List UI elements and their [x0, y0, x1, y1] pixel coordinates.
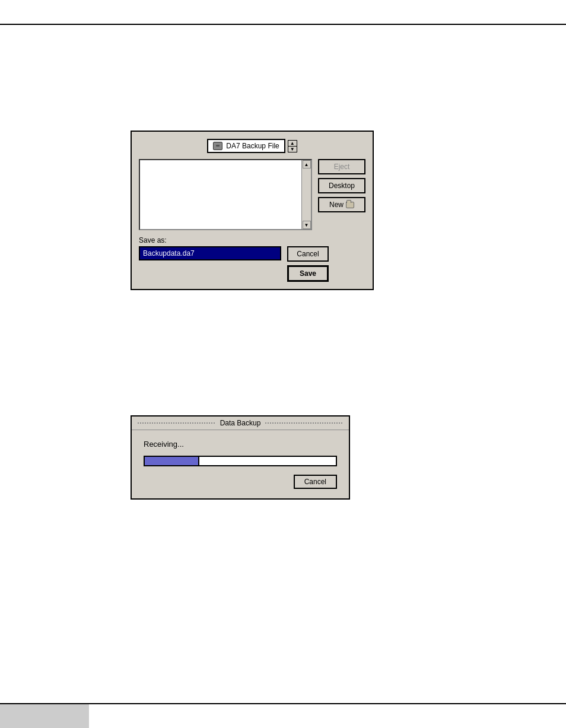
- desktop-button[interactable]: Desktop: [318, 178, 365, 193]
- new-folder-icon: [346, 202, 354, 208]
- location-dropdown[interactable]: DA7 Backup File: [207, 139, 285, 153]
- titlebar-right-lines: [265, 422, 343, 424]
- stepper-up[interactable]: ▲: [288, 141, 297, 147]
- backup-cancel-button[interactable]: Cancel: [294, 475, 337, 489]
- progress-bar-fill: [145, 457, 198, 465]
- scroll-up-arrow[interactable]: ▲: [303, 160, 311, 169]
- save-as-section: Save as: Backupdata.da7 Cancel Save: [139, 236, 365, 282]
- dialog-buttons: Eject Desktop New: [318, 159, 365, 230]
- location-stepper[interactable]: ▲ ▼: [288, 140, 297, 152]
- backup-title: Data Backup: [215, 419, 266, 427]
- receiving-label: Receiving...: [144, 440, 337, 449]
- cancel-button[interactable]: Cancel: [287, 246, 329, 262]
- save-dialog: DA7 Backup File ▲ ▼ ▲ ▼ Eject Desktop Ne…: [131, 131, 374, 290]
- backup-dialog-body: Receiving... Cancel: [132, 430, 349, 498]
- disk-icon: [213, 142, 222, 150]
- backup-titlebar: Data Backup: [132, 417, 349, 430]
- file-list-pane: ▲ ▼: [139, 159, 312, 230]
- scroll-thumb: [303, 169, 311, 221]
- location-label: DA7 Backup File: [226, 142, 279, 150]
- save-button[interactable]: Save: [287, 265, 329, 282]
- titlebar-left-lines: [138, 422, 215, 424]
- stepper-down[interactable]: ▼: [288, 147, 297, 152]
- save-as-label: Save as:: [139, 236, 365, 244]
- new-button-label: New: [329, 201, 344, 209]
- bottom-bar: [0, 704, 89, 728]
- backup-dialog: Data Backup Receiving... Cancel: [131, 415, 350, 500]
- eject-button[interactable]: Eject: [318, 159, 365, 174]
- top-rule: [0, 24, 566, 25]
- scrollbar-track[interactable]: ▲ ▼: [301, 160, 311, 229]
- location-bar: DA7 Backup File ▲ ▼: [139, 139, 365, 153]
- progress-bar-divider: [198, 457, 199, 465]
- scroll-down-arrow[interactable]: ▼: [303, 221, 311, 229]
- dialog-content-area: ▲ ▼ Eject Desktop New: [139, 159, 365, 230]
- new-button[interactable]: New: [318, 197, 365, 212]
- backup-cancel-row: Cancel: [144, 475, 337, 489]
- filename-input[interactable]: Backupdata.da7: [139, 246, 281, 260]
- progress-bar-container: [144, 456, 337, 466]
